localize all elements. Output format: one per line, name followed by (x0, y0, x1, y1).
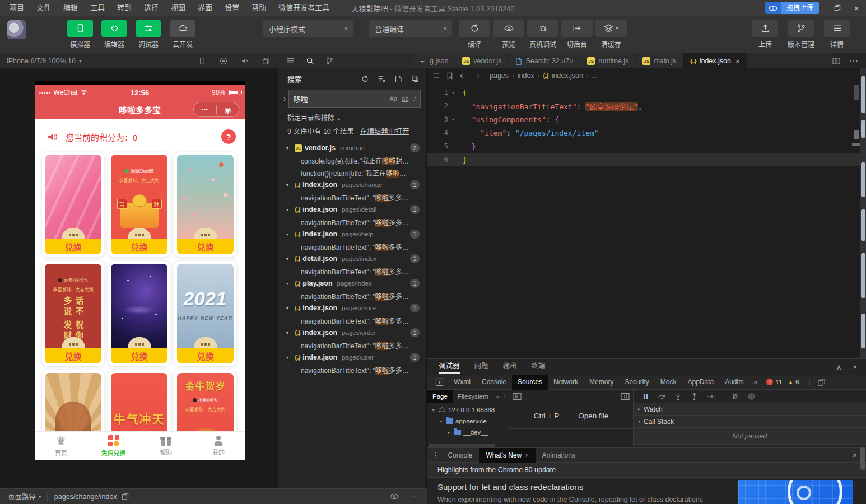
drawer-tab-2[interactable]: Animations (536, 448, 582, 463)
code-editor[interactable]: pages›index›{..}index.json›... 1▾{2 "nav… (427, 68, 866, 358)
search-result-file-6[interactable]: ▾{..}index.jsonpages\more1 (278, 302, 426, 314)
search-scope-toggle[interactable]: 指定目录和排除▲ (278, 108, 426, 123)
whole-word-toggle[interactable]: ab (402, 95, 408, 102)
search-result-file-7[interactable]: ▾{..}index.jsonpages\order1 (278, 326, 426, 339)
step-into-button[interactable] (674, 393, 682, 400)
pause-button[interactable] (641, 393, 650, 400)
capsule-more-icon[interactable]: ••• (194, 107, 216, 113)
inspect-element-icon[interactable] (435, 378, 444, 386)
exchange-button[interactable]: 兑换 (177, 239, 234, 254)
search-match-3-0[interactable]: navigationBarTitleText": "哆啦多多… (278, 240, 426, 253)
tab-close-icon[interactable]: × (735, 57, 740, 66)
more-tabs-icon[interactable]: » (493, 393, 501, 400)
undock-icon[interactable] (817, 378, 826, 386)
chevron-down-icon[interactable]: ▾ (286, 355, 292, 360)
fold-chevron-icon[interactable]: ▾ (448, 117, 458, 122)
chevron-down-icon[interactable]: ▾ (286, 256, 292, 262)
help-button[interactable]: ? (221, 129, 236, 144)
rotate-device-icon[interactable] (198, 57, 206, 65)
bookmark-icon[interactable] (446, 72, 454, 80)
drawer-tab-0[interactable]: Console (441, 448, 479, 463)
debugger-tab-2[interactable]: 输出 (503, 359, 517, 375)
action-layers-button[interactable]: ▾清缓存 (597, 20, 626, 49)
editor-tab-0[interactable]: g.json (413, 53, 455, 69)
maximize-button[interactable] (828, 0, 847, 16)
editor-tab-3[interactable]: JSruntime.js (580, 53, 636, 69)
open-file-label[interactable]: Open file (578, 412, 608, 420)
phone-tab-3[interactable]: 我的 (192, 432, 245, 460)
debugger-tab-0[interactable]: 调试器 (439, 359, 460, 375)
action-switchbg-button[interactable]: 切后台 (562, 20, 592, 49)
refresh-search-icon[interactable] (361, 75, 369, 83)
exchange-button[interactable]: 兑换 (45, 348, 101, 363)
sources-nav-tab-page[interactable]: Page (427, 390, 453, 403)
menu-item-1[interactable]: 文件 (30, 0, 57, 16)
deactivate-breakpoints-button[interactable] (731, 393, 739, 400)
chevron-right-icon[interactable]: ▸ (446, 430, 451, 435)
record-icon[interactable] (220, 57, 227, 65)
search-match-6-0[interactable]: navigationBarTitleText": "哆啦多多… (278, 314, 426, 326)
pause-on-exceptions-button[interactable] (747, 393, 756, 400)
drawer-scrollbar[interactable] (860, 447, 865, 470)
devtools-tab-sources[interactable]: Sources (512, 375, 548, 390)
chrome-update-image[interactable] (738, 480, 853, 504)
chevron-down-icon[interactable]: ▾ (286, 207, 292, 212)
detach-window-icon[interactable] (262, 57, 270, 65)
menu-item-10[interactable]: 微信开发者工具 (272, 0, 336, 16)
menu-item-8[interactable]: 设置 (218, 0, 245, 16)
editor-tab-2[interactable]: Search: 32.u7u (509, 53, 580, 69)
search-input[interactable]: 哆啦 Aa ab .* (288, 90, 421, 108)
close-button[interactable]: × (847, 0, 866, 16)
exchange-button[interactable]: 兑换 (111, 348, 167, 363)
devtools-tab-console[interactable]: Console (476, 375, 512, 390)
callstack-section-header[interactable]: ▾Call Stack (634, 416, 866, 428)
phone-tab-0[interactable]: ♛首页 (35, 432, 87, 460)
watch-section-header[interactable]: ▸Watch (634, 403, 866, 416)
exchange-card-2[interactable]: 微信红包封面恭喜发财，大吉大利吉拜兑换 (108, 152, 170, 257)
collapse-all-icon[interactable] (411, 75, 420, 83)
search-match-1-0[interactable]: navigationBarTitleText": "哆啦多多… (278, 191, 426, 203)
clear-results-icon[interactable] (378, 75, 386, 83)
chevron-down-icon[interactable]: ▾ (286, 330, 292, 335)
step-button[interactable] (706, 393, 715, 400)
search-match-7-0[interactable]: navigationBarTitleText": "哆啦多多… (278, 339, 426, 351)
device-selector[interactable]: iPhone 6/7/8 100% 16▾ (7, 57, 82, 65)
more-tabs-icon[interactable]: » (751, 378, 761, 386)
search-result-file-2[interactable]: ▾{..}index.jsonpages\detail1 (278, 203, 426, 216)
expand-replace-icon[interactable]: › (281, 94, 288, 103)
warning-count-badge[interactable]: ▲6 (788, 379, 799, 385)
search-match-4-0[interactable]: navigationBarTitleText": "哆啦多多… (278, 265, 426, 277)
breadcrumb-part-0[interactable]: pages (490, 72, 509, 80)
open-in-editor-icon[interactable] (394, 75, 403, 83)
tree-item-1[interactable]: ▾appservice (427, 416, 509, 427)
fold-chevron-icon[interactable]: ▾ (448, 90, 458, 95)
split-editor-icon[interactable] (832, 58, 840, 64)
hide-navigator-icon[interactable] (513, 393, 522, 400)
menu-item-0[interactable]: 项目 (3, 0, 30, 16)
chevron-down-icon[interactable]: ▾ (431, 408, 436, 413)
mute-icon[interactable] (241, 57, 249, 65)
toggle-cloud-button[interactable]: 云开发 (168, 20, 197, 49)
search-result-file-4[interactable]: ▾{..}detail.jsonpages\index1 (278, 253, 426, 265)
devtools-tab-wxml[interactable]: Wxml (448, 375, 476, 390)
exchange-button[interactable]: 兑换 (177, 348, 234, 363)
action-branch-button[interactable]: 版本管理 (786, 20, 816, 49)
devtools-tab-security[interactable]: Security (619, 375, 654, 390)
show-sidebar-icon[interactable] (621, 393, 630, 400)
exchange-button[interactable]: 兑换 (111, 239, 167, 254)
menu-item-6[interactable]: 视图 (165, 0, 192, 16)
capsule-exit-icon[interactable]: ◉ (217, 105, 239, 114)
breadcrumb-part-2[interactable]: index.json (552, 72, 583, 80)
menu-item-9[interactable]: 帮助 (245, 0, 272, 16)
phone-tab-1[interactable]: 免费兑换 (87, 432, 140, 460)
collapse-panel-icon[interactable]: ∧ (836, 363, 842, 371)
chevron-down-icon[interactable]: ▾ (286, 183, 292, 188)
preview-path-icon[interactable] (390, 493, 399, 500)
navigate-forward-icon[interactable] (473, 72, 481, 80)
exchange-card-4[interactable]: zA青衫的红包恭喜发财，大吉大利话不多说祝你发财兑换 (42, 261, 104, 366)
breadcrumb-part-3[interactable]: ... (592, 72, 598, 80)
search-match-5-0[interactable]: navigationBarTitleText": "哆啦多多… (278, 290, 426, 302)
devtools-tab-audits[interactable]: Audits (719, 375, 749, 390)
search-result-file-3[interactable]: ▾{..}index.jsonpages\help1 (278, 228, 426, 240)
tree-scrollbar[interactable] (429, 444, 495, 447)
